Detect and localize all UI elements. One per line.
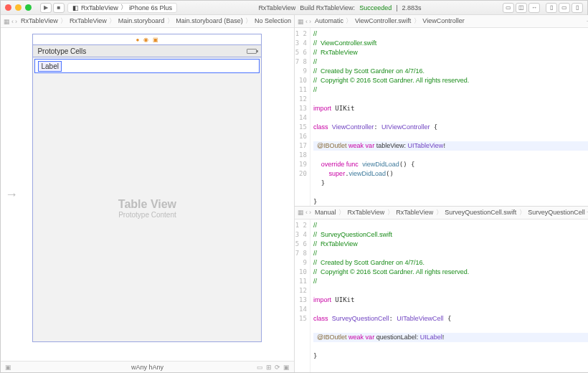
- resolve-icon[interactable]: ⟳: [275, 364, 280, 371]
- ib-canvas[interactable]: → ● ◉ ▣ Prototype Cells Label: [1, 28, 294, 361]
- prototype-header: Prototype Cells: [33, 44, 261, 57]
- tv-title: Table View: [118, 198, 176, 211]
- editor-assistant-button[interactable]: ◫: [516, 3, 527, 13]
- gutter: 1 2 3 4 5 6 7 8 9 10 11 12 13 14 15: [295, 219, 310, 372]
- scheme-name: RxTableView: [81, 4, 118, 11]
- zoom-icon[interactable]: [25, 4, 32, 11]
- code-area[interactable]: // // SurveyQuestionCell.swift // RxTabl…: [310, 219, 588, 372]
- editor-standard-button[interactable]: ▭: [503, 3, 514, 13]
- ib-pane: ▦‹› RxTableView 〉 RxTableView 〉 Main.sto…: [1, 15, 295, 372]
- code-editor-bottom[interactable]: 1 2 3 4 5 6 7 8 9 10 11 12 13 14 15 // /…: [295, 219, 588, 372]
- back-icon[interactable]: ‹: [305, 209, 308, 216]
- device-name: iPhone 6s Plus: [129, 4, 172, 11]
- status-time: 2.883s: [402, 4, 422, 11]
- initial-vc-arrow-icon: →: [5, 187, 18, 202]
- storyboard-scene[interactable]: ● ◉ ▣ Prototype Cells Label Table View P…: [32, 34, 262, 342]
- back-icon[interactable]: ‹: [305, 18, 308, 25]
- main-split: ▦‹› RxTableView 〉 RxTableView 〉 Main.sto…: [1, 15, 587, 372]
- related-icon[interactable]: ▦: [298, 209, 304, 216]
- cell-label[interactable]: Label: [38, 61, 61, 72]
- scheme-selector[interactable]: ◧ RxTableView 〉 iPhone 6s Plus: [67, 3, 177, 13]
- titlebar: ▶ ■ ◧ RxTableView 〉 iPhone 6s Plus RxTab…: [1, 1, 587, 15]
- ib-jumpbar[interactable]: ▦‹› RxTableView 〉 RxTableView 〉 Main.sto…: [1, 15, 294, 28]
- stop-button[interactable]: ■: [53, 3, 65, 13]
- minimize-icon[interactable]: [15, 4, 22, 11]
- prototype-header-label: Prototype Cells: [37, 47, 86, 55]
- tableview-placeholder[interactable]: Table View Prototype Content: [33, 75, 261, 341]
- ib-footer: ▣ wAny hAny ▭ ⊞ ⟳ ▣: [1, 361, 294, 372]
- editor-bottom: ▦‹› Manual 〉 RxTableView 〉 RxTableView 〉…: [295, 206, 588, 372]
- fwd-icon[interactable]: ›: [15, 18, 17, 25]
- align-icon[interactable]: ▭: [257, 364, 263, 371]
- gutter: 1 2 3 4 5 6 7 8 9 10 11 12 13 14 15 16 1…: [295, 28, 310, 206]
- code-editor-top[interactable]: 1 2 3 4 5 6 7 8 9 10 11 12 13 14 15 16 1…: [295, 28, 588, 206]
- app-icon: ◧: [72, 4, 79, 11]
- outline-toggle-icon[interactable]: ▣: [5, 364, 11, 371]
- tv-subtitle: Prototype Content: [118, 211, 176, 219]
- editor-bottom-jumpbar[interactable]: ▦‹› Manual 〉 RxTableView 〉 RxTableView 〉…: [295, 207, 588, 219]
- pin-icon[interactable]: ⊞: [266, 364, 272, 371]
- prototype-cell[interactable]: Label: [34, 59, 260, 73]
- related-icon[interactable]: ▦: [298, 18, 304, 25]
- battery-icon: [247, 49, 257, 54]
- vc-icon: ●: [136, 37, 140, 43]
- editor-top-jumpbar[interactable]: ▦‹› Automatic 〉 ViewController.swift 〉 V…: [295, 15, 588, 28]
- exit-icon: ▣: [153, 37, 158, 43]
- resize-icon[interactable]: ▣: [283, 364, 290, 371]
- run-button[interactable]: ▶: [40, 3, 52, 13]
- editor-top: ▦‹› Automatic 〉 ViewController.swift 〉 V…: [295, 15, 588, 206]
- related-icon[interactable]: ▦: [4, 18, 10, 25]
- xcode-window: ▶ ■ ◧ RxTableView 〉 iPhone 6s Plus RxTab…: [0, 0, 588, 373]
- toggle-utilities-button[interactable]: ▯: [572, 3, 583, 13]
- back-icon[interactable]: ‹: [11, 18, 14, 25]
- status-app: RxTableView: [258, 4, 295, 11]
- fwd-icon[interactable]: ›: [309, 209, 311, 216]
- status-result: Succeeded: [359, 4, 392, 11]
- toggle-debug-button[interactable]: ▭: [559, 3, 570, 13]
- assistant-pane: ▦‹› Automatic 〉 ViewController.swift 〉 V…: [295, 15, 588, 372]
- editor-version-button[interactable]: ↔: [528, 3, 540, 13]
- traffic-lights: [5, 4, 32, 11]
- size-class-label[interactable]: wAny hAny: [131, 364, 163, 371]
- toggle-navigator-button[interactable]: ▯: [546, 3, 557, 13]
- activity-viewer: RxTableView Build RxTableView: Succeeded…: [180, 4, 500, 11]
- status-action: Build RxTableView:: [300, 4, 355, 11]
- close-icon[interactable]: [5, 4, 11, 11]
- first-responder-icon: ◉: [143, 37, 148, 43]
- scene-header: ● ◉ ▣: [33, 34, 261, 44]
- fwd-icon[interactable]: ›: [309, 18, 311, 25]
- code-area[interactable]: // // ViewController.swift // RxTableVie…: [310, 28, 588, 206]
